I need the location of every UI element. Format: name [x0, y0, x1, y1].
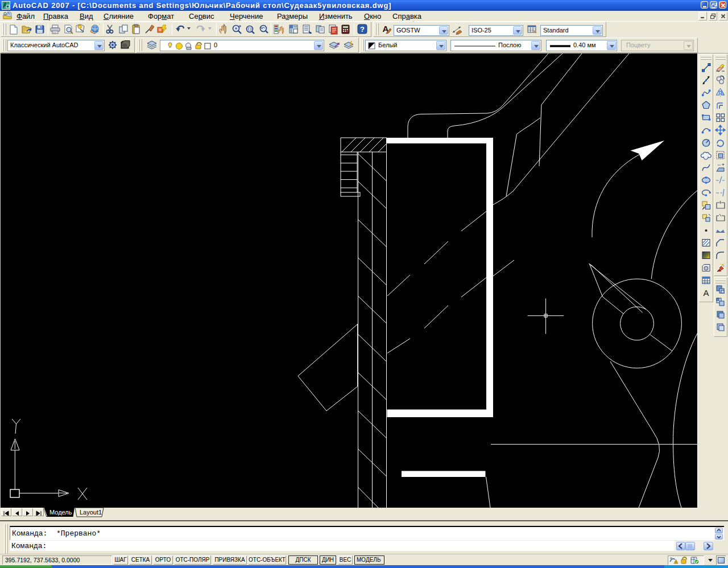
svg-text:A: A: [703, 288, 709, 298]
svg-text:!: !: [676, 561, 677, 564]
svg-text:Layout1: Layout1: [80, 509, 102, 516]
svg-text:?: ?: [360, 25, 365, 34]
svg-text:Модель: Модель: [49, 509, 72, 516]
